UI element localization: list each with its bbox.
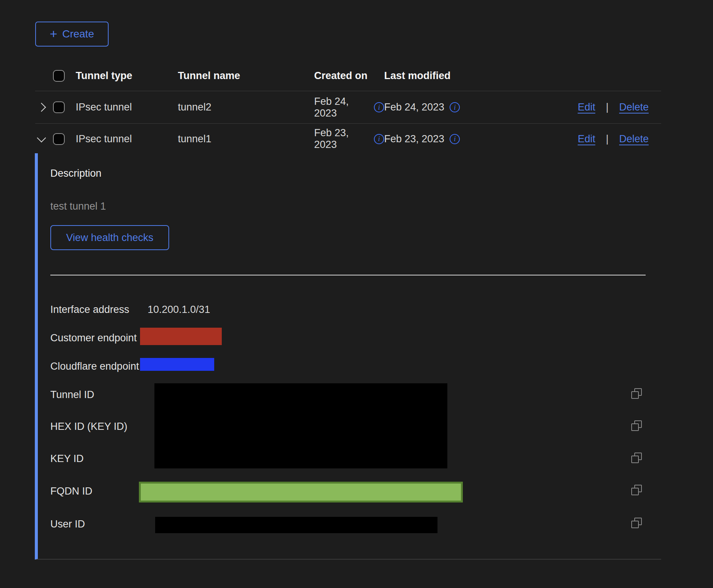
header-tunnel-type: Tunnel type — [76, 70, 178, 82]
copy-fqdn-id-icon[interactable] — [631, 485, 642, 495]
table-row-tunnel2: IPsec tunnel tunnel2 Feb 24, 2023 i Feb … — [35, 91, 661, 124]
table-header-row: Tunnel type Tunnel name Created on Last … — [35, 61, 661, 91]
expanded-details-panel: Description test tunnel 1 View health ch… — [35, 153, 661, 560]
description-text: test tunnel 1 — [50, 201, 106, 212]
interface-address-value: 10.200.1.0/31 — [148, 304, 210, 316]
info-icon[interactable]: i — [374, 134, 384, 144]
tunnels-page: + Create Tunnel type Tunnel name Created… — [0, 0, 713, 588]
ids-redaction-block — [154, 383, 447, 468]
interface-address-label: Interface address — [50, 304, 129, 316]
cloudflare-endpoint-redaction — [140, 358, 214, 371]
customer-endpoint-label: Customer endpoint — [50, 332, 137, 344]
user-id-label: User ID — [50, 518, 85, 530]
copy-tunnel-id-icon[interactable] — [631, 388, 642, 399]
delete-link[interactable]: Delete — [619, 133, 649, 145]
cell-last-modified: Feb 24, 2023 — [384, 101, 444, 113]
collapse-chevron-icon[interactable] — [37, 133, 46, 142]
cell-tunnel-name: tunnel2 — [178, 101, 314, 113]
cloudflare-endpoint-label: Cloudflare endpoint — [50, 361, 139, 372]
header-tunnel-name: Tunnel name — [178, 70, 314, 82]
cell-tunnel-name: tunnel1 — [178, 133, 314, 145]
tunnels-table: Tunnel type Tunnel name Created on Last … — [35, 61, 661, 154]
view-health-checks-button[interactable]: View health checks — [50, 225, 169, 250]
info-icon[interactable]: i — [374, 102, 384, 112]
row-checkbox[interactable] — [53, 101, 65, 113]
cell-last-modified: Feb 23, 2023 — [384, 133, 444, 145]
description-label: Description — [50, 168, 101, 179]
info-icon[interactable]: i — [450, 102, 460, 112]
action-separator: | — [606, 101, 609, 113]
table-row-tunnel1: IPsec tunnel tunnel1 Feb 23, 2023 i Feb … — [35, 124, 661, 154]
create-button[interactable]: + Create — [35, 22, 109, 47]
row-checkbox[interactable] — [53, 133, 65, 145]
fqdn-id-redaction — [139, 482, 463, 502]
user-id-redaction — [155, 517, 437, 533]
plus-icon: + — [50, 27, 58, 40]
cell-created-on: Feb 24, 2023 — [314, 96, 369, 119]
fqdn-id-label: FQDN ID — [50, 485, 92, 497]
create-button-label: Create — [62, 28, 94, 40]
expand-chevron-icon[interactable] — [37, 103, 46, 112]
info-icon[interactable]: i — [450, 134, 460, 144]
customer-endpoint-redaction — [140, 328, 222, 345]
header-last-modified: Last modified — [384, 70, 520, 82]
edit-link[interactable]: Edit — [578, 133, 595, 145]
section-divider — [50, 275, 646, 275]
copy-hex-id-icon[interactable] — [631, 420, 642, 431]
copy-key-id-icon[interactable] — [631, 453, 642, 463]
tunnel-id-label: Tunnel ID — [50, 389, 94, 401]
hex-id-label: HEX ID (KEY ID) — [50, 421, 128, 432]
action-separator: | — [606, 133, 609, 145]
cell-tunnel-type: IPsec tunnel — [76, 101, 178, 113]
copy-user-id-icon[interactable] — [631, 518, 642, 528]
cell-tunnel-type: IPsec tunnel — [76, 133, 178, 145]
key-id-label: KEY ID — [50, 453, 84, 465]
select-all-checkbox[interactable] — [53, 70, 65, 82]
cell-created-on: Feb 23, 2023 — [314, 127, 369, 151]
edit-link[interactable]: Edit — [578, 101, 595, 113]
header-created-on: Created on — [314, 70, 384, 82]
delete-link[interactable]: Delete — [619, 101, 649, 113]
